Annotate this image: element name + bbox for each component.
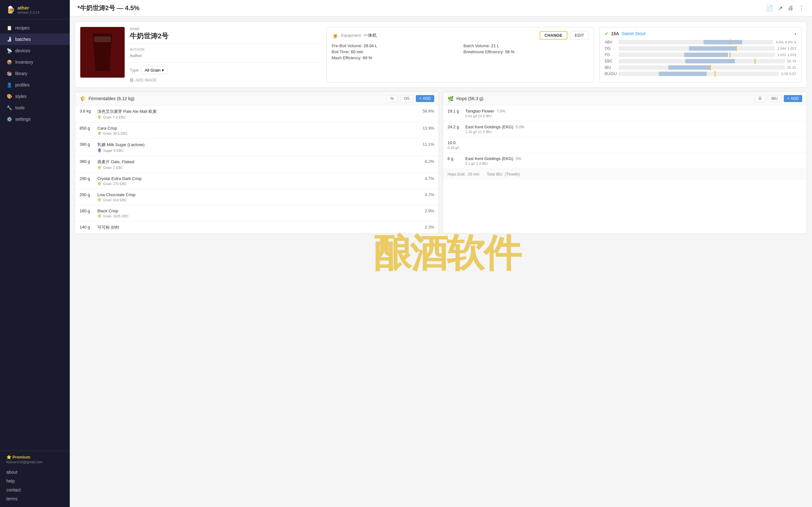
sidebar-item-label: help — [6, 478, 14, 484]
sidebar-item-label: tools — [15, 105, 25, 110]
sidebar-item-help[interactable]: help — [6, 476, 63, 486]
boil-time-label: Boil Time: — [332, 49, 351, 54]
list-item: 290 g Crystal Extra Dark Crisp 🌾 Grain 2… — [75, 173, 439, 189]
sidebar-item-settings[interactable]: ⚙️ settings — [0, 113, 70, 125]
ingredient-amount: 180 g — [80, 209, 95, 213]
list-item: 290 g Low Chocolate Crisp 🌾 Grain 610 EB… — [75, 189, 439, 205]
ingredient-sub: 🌾 Grain 2 EBC — [97, 165, 416, 170]
fermentables-table: 3.6 kg 淡色艾尔麦芽 Pale Ale Malt 欧麦 🌾 Grain 7… — [75, 106, 439, 233]
abv-bar — [618, 40, 773, 44]
boil-time-row: Boil Time: 60 min — [332, 49, 457, 54]
more-icon[interactable]: ⋮ — [799, 5, 804, 12]
sidebar-item-contact[interactable]: contact — [6, 486, 63, 494]
sidebar-item-library[interactable]: 📚 library — [0, 68, 70, 79]
ingredient-details: 燕麦片 Oats, Flaked 🌾 Grain 2 EBC — [97, 159, 416, 170]
dropdown-arrow-icon: ▾ — [162, 68, 164, 72]
sidebar-item-recipes[interactable]: 📋 recipes — [0, 22, 70, 34]
batch-vol-label: Batch Volume: — [463, 43, 491, 48]
hop-details: East Kent Goldings (EKG) 5% 0.1 g/l 1.3 … — [465, 156, 802, 165]
equipment-header: 🍺 Equipment 一体机 CHANGE EDIT — [332, 31, 589, 40]
ingredient-ebc: 610 EBC — [113, 198, 127, 202]
add-fermentable-button[interactable]: + ADD — [416, 95, 434, 102]
add-image-button[interactable]: 🖼 ADD IMAGE — [130, 78, 321, 82]
hop-rate: 1.15 g/l — [465, 130, 477, 134]
sidebar-item-label: styles — [15, 94, 27, 99]
ingredient-name: Low Chocolate Crisp — [97, 192, 416, 197]
sidebar-item-tools[interactable]: 🔧 tools — [0, 102, 70, 113]
brewhouse-eff-label: Brewhouse Efficiency: — [463, 49, 505, 54]
brewhouse-eff-value: 58 % — [505, 49, 514, 54]
ibu-button[interactable]: IBU — [768, 95, 781, 102]
equipment-buttons: CHANGE EDIT — [540, 31, 589, 40]
ebc-label: EBC — [605, 59, 616, 63]
ingredient-amount: 290 g — [80, 176, 95, 181]
styles-icon: 🎨 — [6, 94, 12, 99]
sidebar-item-profiles[interactable]: 👤 profiles — [0, 79, 70, 91]
ingredient-ebc: 1625 EBC — [113, 214, 129, 218]
grain-icon: 🌾 — [97, 214, 102, 218]
og-values: 1.044 1.053 — [777, 47, 796, 50]
brewhouse-eff-row: Brewhouse Efficiency: 58 % — [463, 49, 589, 54]
equipment-label: Equipment — [341, 33, 361, 38]
ingredient-amount: 290 g — [80, 192, 95, 197]
batch-vol-value: 21 L — [491, 43, 499, 48]
type-dropdown[interactable]: All Grain ▾ — [141, 66, 167, 74]
ingredient-name: 燕麦片 Oats, Flaked — [97, 159, 416, 165]
ingredient-name: Black Crisp — [97, 209, 416, 213]
app-name: ather — [17, 5, 39, 10]
grain-icon: 🌾 — [97, 165, 102, 170]
comparison-row-og: OG 1.044 1.053 — [605, 46, 796, 51]
author-input[interactable] — [130, 52, 321, 60]
list-view-button[interactable]: ☰ — [755, 95, 765, 102]
sidebar-item-about[interactable]: about — [6, 468, 63, 476]
sidebar-item-devices[interactable]: 📡 devices — [0, 45, 70, 56]
ingredient-amount: 390 g — [80, 142, 95, 147]
style-arrow-icon[interactable]: › — [795, 31, 796, 36]
tools-icon: 🔧 — [6, 105, 12, 110]
ingredient-details: 乳糖 Milk Sugar (Lactose) 🔮 Sugar 0 EBC — [97, 142, 416, 153]
app-logo: 🍺 — [6, 6, 15, 14]
sidebar-item-batches[interactable]: 🍶 batches — [0, 34, 70, 45]
share-icon[interactable]: ↗ — [778, 5, 783, 12]
recipe-header-card: Name 牛奶世涛2号 Author Type All Grain ▾ 🖼 AD… — [75, 21, 807, 88]
ingredient-subtype: Grain — [103, 198, 112, 202]
hop-ibu: 1.3 IBU — [476, 162, 488, 165]
recipe-info: Name 牛奶世涛2号 Author Type All Grain ▾ 🖼 AD… — [130, 27, 321, 82]
sidebar-item-styles[interactable]: 🎨 styles — [0, 91, 70, 102]
hops-table: 19.1 g Tsingtao Flower 7.0% 0.91 g/l 14.… — [443, 106, 807, 180]
content-area: Name 牛奶世涛2号 Author Type All Grain ▾ 🖼 AD… — [70, 16, 812, 507]
ingredient-subtype: Grain — [103, 214, 112, 218]
premium-badge: ⭐ Premium — [6, 455, 63, 459]
edit-button[interactable]: EDIT — [570, 31, 589, 40]
batch-vol-row: Batch Volume: 21 L — [463, 43, 589, 48]
add-label: ADD — [791, 96, 799, 101]
sidebar-item-terms[interactable]: terms — [6, 494, 63, 503]
hops-icon: 🌿 — [448, 96, 454, 102]
total-ibu-method: (Tinseth) — [505, 172, 520, 176]
fermentables-icon: 🌾 — [80, 96, 86, 102]
fermentables-title: Fermentables (6.12 kg) — [89, 96, 384, 101]
image-icon: 🖼 — [130, 78, 134, 82]
list-item: 850 g Cara Crisp 🌾 Grain 30.5 EBC 13.9% — [75, 123, 439, 139]
hops-end-value: 20 min — [468, 172, 479, 176]
add-label: ADD — [423, 96, 431, 101]
sidebar-item-label: devices — [15, 48, 30, 53]
add-hop-button[interactable]: + ADD — [784, 95, 802, 102]
sidebar-item-inventory[interactable]: 📦 inventory — [0, 56, 70, 68]
plus-icon: + — [787, 96, 790, 101]
bugu-values: 0.38 0.57 — [781, 72, 796, 76]
comparison-row-ibu: IBU 20 31 — [605, 65, 796, 70]
percent-button[interactable]: % — [386, 95, 398, 102]
print-icon[interactable]: 🖨 — [788, 5, 794, 11]
comparison-row-bugu: BU/GU 0.38 0.57 — [605, 72, 796, 76]
ingredient-sub: 🌾 Grain 30.5 EBC — [97, 131, 416, 135]
change-button[interactable]: CHANGE — [540, 31, 567, 40]
abv-label: ABV — [605, 40, 616, 44]
copy-icon[interactable]: 📄 — [766, 5, 773, 12]
hop-ibu: 11.5 IBU — [478, 130, 492, 134]
ingredient-amount: 3.6 kg — [80, 109, 95, 113]
og-button[interactable]: OG — [400, 95, 413, 102]
hops-title: Hops (56.3 g) — [456, 96, 752, 101]
pre-boil-value: 29.04 L — [363, 43, 377, 48]
ingredient-pct: 13.9% — [418, 126, 434, 130]
